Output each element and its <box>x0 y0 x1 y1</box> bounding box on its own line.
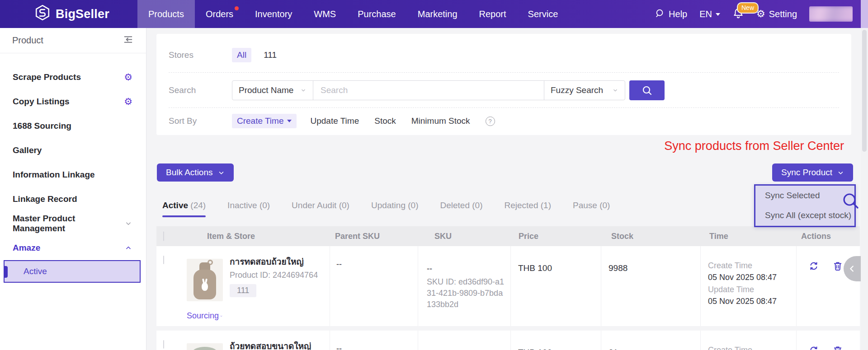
update-time-label: Update Time <box>708 284 796 295</box>
bigseller-app: BigSeller Products Orders Inventory WMS … <box>0 0 868 350</box>
nav-purchase[interactable]: Purchase <box>347 0 407 28</box>
product-title[interactable]: การทดสอบถ้วยใหญ่ <box>230 256 318 268</box>
stores-label: Stores <box>169 50 232 60</box>
col-sku: SKU <box>418 232 511 241</box>
sidebar-item-master-product-management[interactable]: Master Product Management <box>0 211 146 236</box>
language-selector[interactable]: EN <box>699 9 720 19</box>
settings-gear-icon[interactable]: ⚙ <box>124 96 132 107</box>
col-parent-sku: Parent SKU <box>330 232 418 241</box>
trash-icon[interactable] <box>832 261 843 271</box>
search-type-select[interactable]: Product Name <box>232 81 313 100</box>
bigseller-logo-icon <box>34 5 51 24</box>
col-actions: Actions <box>797 232 860 241</box>
update-time-value: 05 Nov 2025 08:47 <box>708 295 796 308</box>
new-badge: New <box>737 2 759 14</box>
sort-stock[interactable]: Stock <box>374 116 396 126</box>
sidebar-item-copy-listings[interactable]: Copy Listings ⚙ <box>0 89 146 114</box>
parent-sku-value: -- <box>330 246 418 326</box>
red-annotation-text: Sync products from Seller Center <box>664 139 844 153</box>
status-tabs: Active (24) Inactive (0) Under Audit (0)… <box>162 199 610 213</box>
product-title[interactable]: ถ้วยทดสอบขนาดใหญ่ 001 <box>230 341 325 350</box>
sourcing-link[interactable]: Sourcing <box>187 311 223 321</box>
tab-rejected[interactable]: Rejected (1) <box>505 199 552 213</box>
menu-item-sync-all[interactable]: Sync All (except stock) <box>755 205 854 225</box>
sidebar-item-gallery[interactable]: Gallery <box>0 138 146 163</box>
store-filter-111[interactable]: 111 <box>264 50 277 60</box>
product-sidebar: Product Scrape Products ⚙ Copy Listings … <box>0 28 146 350</box>
tab-pause[interactable]: Pause (0) <box>573 199 610 213</box>
col-time: Time <box>701 232 797 241</box>
sidebar-subitem-active[interactable]: Active <box>4 260 141 283</box>
col-stock: Stock <box>601 232 701 241</box>
sidebar-item-1688-sourcing[interactable]: 1688 Sourcing <box>0 114 146 138</box>
stock-value: 21 <box>601 331 701 350</box>
nav-inventory[interactable]: Inventory <box>244 0 303 28</box>
create-time-value: 05 Nov 2025 08:47 <box>708 271 796 284</box>
question-circle-icon[interactable]: ? <box>486 117 495 126</box>
tab-active[interactable]: Active (24) <box>162 199 206 213</box>
tab-deleted[interactable]: Deleted (0) <box>440 199 483 213</box>
sort-by-label: Sort By <box>169 116 232 126</box>
nav-wms[interactable]: WMS <box>303 0 347 28</box>
match-mode-select[interactable]: Fuzzy Search <box>544 81 625 100</box>
sync-icon[interactable] <box>808 261 819 271</box>
search-icon <box>655 8 665 20</box>
chevron-down-icon <box>124 219 132 228</box>
product-id: Product ID: 2424694764 <box>230 271 318 280</box>
sku-value: -- <box>427 264 504 274</box>
price-value: THB 100 <box>511 246 601 326</box>
bulk-actions-button[interactable]: Bulk Actions <box>157 163 234 182</box>
nav-report[interactable]: Report <box>468 0 517 28</box>
sidebar-item-linkage-record[interactable]: Linkage Record <box>0 187 146 211</box>
sort-update-time[interactable]: Update Time <box>310 116 359 126</box>
products-table: Item & Store Parent SKU SKU Price Stock … <box>156 226 860 350</box>
sidebar-item-scrape-products[interactable]: Scrape Products ⚙ <box>0 65 146 89</box>
select-all-checkbox[interactable] <box>163 231 164 241</box>
menu-item-sync-selected[interactable]: Sync Selected <box>755 186 854 205</box>
chevron-down-icon <box>300 87 307 93</box>
stores-filter-row: Stores All 111 <box>169 34 839 73</box>
collapse-sidebar-icon[interactable] <box>123 34 133 47</box>
create-time-label: Create Time <box>708 344 796 350</box>
user-account-redacted[interactable] <box>809 6 853 22</box>
brand-name: BigSeller <box>56 7 109 21</box>
magnifier-cursor-icon <box>841 191 862 212</box>
sidebar-item-amaze[interactable]: Amaze <box>0 236 146 260</box>
sort-row: Sort By Create Time Update Time Stock Mi… <box>169 108 839 134</box>
main-nav: Products Orders Inventory WMS Purchase M… <box>137 0 569 28</box>
search-group: Product Name Fuzzy Search <box>232 80 625 100</box>
tab-updating[interactable]: Updating (0) <box>371 199 419 213</box>
nav-products[interactable]: Products <box>137 0 195 28</box>
product-image[interactable] <box>187 343 223 350</box>
setting-button[interactable]: ⚙ Setting <box>756 9 797 19</box>
trash-icon[interactable] <box>832 345 843 350</box>
row-checkbox[interactable] <box>163 340 164 349</box>
create-time-label: Create Time <box>708 260 796 271</box>
scrollbar-thumb[interactable] <box>862 30 867 152</box>
chevron-down-icon <box>220 313 223 319</box>
sort-minimum-stock[interactable]: Minimum Stock <box>411 116 470 126</box>
help-button[interactable]: Help <box>655 8 687 20</box>
sidebar-item-information-linkage[interactable]: Information Linkage <box>0 163 146 187</box>
nav-service[interactable]: Service <box>517 0 569 28</box>
brand-logo[interactable]: BigSeller <box>0 5 137 24</box>
parent-sku-value: -- <box>330 331 418 350</box>
nav-orders[interactable]: Orders <box>195 0 244 28</box>
product-image[interactable] <box>187 259 223 301</box>
chevron-down-icon <box>837 169 844 176</box>
chevron-left-icon <box>847 264 857 274</box>
row-checkbox[interactable] <box>163 256 164 264</box>
sync-icon[interactable] <box>808 345 819 350</box>
sort-create-time[interactable]: Create Time <box>232 114 297 128</box>
tab-inactive[interactable]: Inactive (0) <box>227 199 270 213</box>
navbar-right: Help EN New ⚙ Setting <box>655 6 861 22</box>
search-button[interactable] <box>629 80 665 100</box>
tab-under-audit[interactable]: Under Audit (0) <box>292 199 349 213</box>
nav-marketing[interactable]: Marketing <box>407 0 468 28</box>
stores-all-chip[interactable]: All <box>232 48 251 62</box>
settings-gear-icon[interactable]: ⚙ <box>124 72 132 83</box>
notifications-button[interactable]: New <box>732 7 744 21</box>
search-input[interactable] <box>313 85 544 95</box>
page-scrollbar[interactable] <box>861 0 868 350</box>
sync-product-button[interactable]: Sync Product <box>772 163 853 182</box>
